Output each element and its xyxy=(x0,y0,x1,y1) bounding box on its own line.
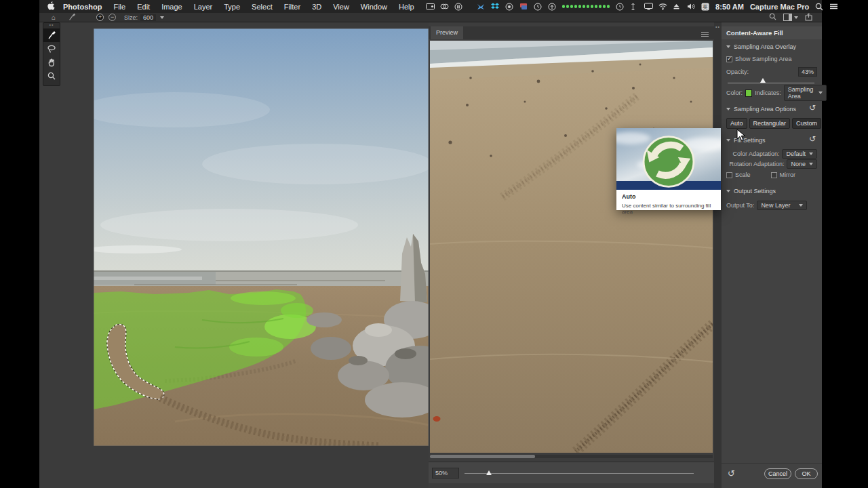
workspace-switcher-icon[interactable] xyxy=(783,14,798,21)
pane-divider[interactable]: •• xyxy=(714,22,722,488)
menu-view[interactable]: View xyxy=(333,3,349,11)
tool-sampling-brush[interactable] xyxy=(43,28,60,42)
color-adaptation-value: Default xyxy=(786,150,806,157)
zoom-slider-thumb[interactable] xyxy=(486,470,492,475)
tooltip-illustration xyxy=(616,128,721,190)
dropbox-icon[interactable] xyxy=(491,3,499,11)
apple-menu-icon[interactable] xyxy=(47,1,55,12)
menu-list-icon[interactable] xyxy=(829,3,837,11)
tab-preview[interactable]: Preview xyxy=(431,26,463,39)
indicates-label: Indicates: xyxy=(755,89,781,96)
cancel-button[interactable]: Cancel xyxy=(764,468,791,479)
rotation-adaptation-dropdown[interactable]: None xyxy=(787,159,817,169)
menubar-device-name[interactable]: Capture Mac Pro xyxy=(750,3,809,11)
scale-mirror-row: Scale Mirror xyxy=(726,171,795,178)
eject-icon[interactable] xyxy=(673,3,681,11)
display-icon[interactable] xyxy=(644,3,652,11)
pause-badge-icon[interactable] xyxy=(454,3,462,11)
wifi-icon[interactable] xyxy=(658,3,667,11)
opacity-slider-thumb[interactable] xyxy=(760,78,766,83)
output-to-value: New Layer xyxy=(761,202,790,209)
volume-icon[interactable] xyxy=(687,3,695,11)
svg-text:英: 英 xyxy=(703,4,708,10)
time-machine-icon[interactable] xyxy=(616,3,624,11)
custom-button[interactable]: Custom xyxy=(792,118,821,129)
tool-zoom[interactable] xyxy=(43,69,60,83)
menu-image[interactable]: Image xyxy=(161,3,182,11)
keyboard-switch-icon[interactable] xyxy=(630,3,638,11)
tool-hand[interactable] xyxy=(43,56,60,69)
opacity-label: Opacity: xyxy=(726,68,749,75)
chevron-down-icon xyxy=(726,45,730,48)
cafill-tools-palette: •• xyxy=(43,22,60,86)
upload-circle-icon[interactable] xyxy=(548,3,556,11)
section-label: Output Settings xyxy=(734,188,776,195)
auto-recycle-icon xyxy=(638,134,699,190)
brush-size-value[interactable]: 600 xyxy=(140,14,156,21)
spotlight-search-icon[interactable] xyxy=(815,3,823,11)
opacity-slider[interactable] xyxy=(728,78,814,85)
spaces-icon[interactable] xyxy=(477,3,485,11)
menu-window[interactable]: Window xyxy=(361,3,387,11)
subtract-from-sampling-area-button[interactable]: − xyxy=(108,14,116,21)
clock-app-icon[interactable] xyxy=(534,3,542,11)
overlay-color-swatch[interactable] xyxy=(745,89,752,97)
panel-menu-icon[interactable] xyxy=(701,30,709,38)
reset-sampling-area-options-icon[interactable]: ↺ xyxy=(809,104,816,111)
source-canvas[interactable] xyxy=(94,28,429,446)
palette-grip[interactable]: •• xyxy=(43,23,60,28)
brush-size-caret-icon[interactable] xyxy=(160,16,164,19)
preview-hscrollbar-track[interactable] xyxy=(430,455,713,458)
search-icon[interactable] xyxy=(769,13,776,22)
menu-select[interactable]: Select xyxy=(252,3,273,11)
share-icon[interactable] xyxy=(805,13,812,22)
preview-image[interactable] xyxy=(430,41,713,453)
mirror-checkbox[interactable] xyxy=(771,172,777,178)
input-source-icon[interactable]: 英 xyxy=(701,3,709,11)
output-to-dropdown[interactable]: New Layer xyxy=(757,201,807,210)
app-circle-icon[interactable] xyxy=(505,3,513,11)
auto-button[interactable]: Auto xyxy=(726,118,747,129)
scale-checkbox[interactable] xyxy=(726,172,732,178)
color-adaptation-dropdown[interactable]: Default xyxy=(782,149,817,159)
scale-label: Scale xyxy=(735,171,751,178)
preview-zoom-value[interactable]: 50% xyxy=(432,468,459,479)
menu-help[interactable]: Help xyxy=(399,3,414,11)
chevron-down-icon xyxy=(726,139,730,142)
menu-3d[interactable]: 3D xyxy=(312,3,321,11)
indicates-dropdown[interactable]: Sampling Area xyxy=(784,85,827,101)
section-sampling-area-options[interactable]: Sampling Area Options xyxy=(726,106,796,113)
indicates-value: Sampling Area xyxy=(788,86,815,100)
menu-filter[interactable]: Filter xyxy=(284,3,300,11)
password-manager-icon[interactable] xyxy=(519,3,528,11)
menu-type[interactable]: Type xyxy=(224,3,240,11)
reset-fill-settings-icon[interactable]: ↺ xyxy=(809,136,816,142)
sampling-brush-options-icon[interactable] xyxy=(68,13,76,22)
menu-layer[interactable]: Layer xyxy=(194,3,213,11)
preview-pane: Preview xyxy=(429,22,714,488)
content-aware-fill-panel: Content-Aware Fill Sampling Area Overlay… xyxy=(722,22,822,488)
preview-zoom-slider[interactable] xyxy=(465,469,694,477)
menu-file[interactable]: File xyxy=(113,3,125,11)
tab-content-aware-fill[interactable]: Content-Aware Fill xyxy=(722,26,822,39)
screen-mirror-icon[interactable] xyxy=(426,3,434,11)
color-indicates-row: Color: Indicates: Sampling Area xyxy=(726,85,827,101)
reset-all-icon[interactable]: ↺ xyxy=(728,470,735,477)
preview-hscrollbar-thumb[interactable] xyxy=(430,455,535,458)
menu-photoshop[interactable]: Photoshop xyxy=(63,3,102,11)
section-output-settings[interactable]: Output Settings xyxy=(726,188,776,195)
tool-lasso[interactable] xyxy=(43,42,60,56)
home-icon[interactable]: ⌂ xyxy=(52,14,56,21)
rectangular-button[interactable]: Rectangular xyxy=(749,118,791,129)
creative-cloud-icon[interactable] xyxy=(440,3,448,11)
chevron-down-icon xyxy=(726,190,730,192)
workspace: •• xyxy=(39,22,822,488)
section-sampling-area-overlay[interactable]: Sampling Area Overlay xyxy=(726,43,796,50)
menu-edit[interactable]: Edit xyxy=(137,3,150,11)
red-debris xyxy=(433,416,441,422)
opacity-value[interactable]: 43% xyxy=(798,67,817,77)
add-to-sampling-area-button[interactable]: + xyxy=(96,14,104,21)
show-sampling-area-checkbox[interactable]: ✓ xyxy=(726,56,732,62)
ok-button[interactable]: OK xyxy=(795,468,818,479)
menubar-clock[interactable]: 8:50 AM xyxy=(715,3,744,11)
